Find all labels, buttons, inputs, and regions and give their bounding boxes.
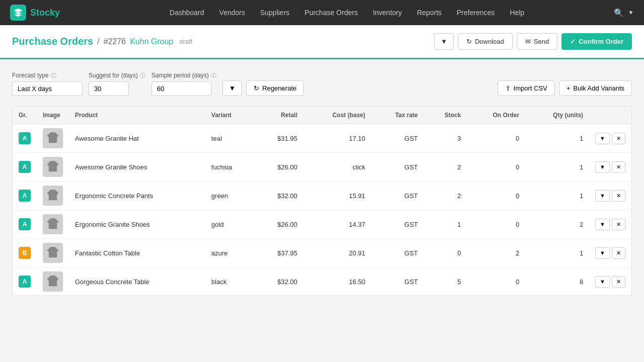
row-delete-button[interactable]: ✕ [612, 219, 625, 230]
variant-cell: azure [205, 239, 255, 267]
image-cell [37, 267, 69, 296]
col-header-tax: Tax rate [371, 107, 424, 124]
filter-button[interactable]: ▼ [222, 80, 242, 96]
table-body: A Awesome Granite Hat teal $31.95 17.10 … [13, 124, 631, 296]
product-image [43, 272, 63, 292]
nav-items: Dashboard Vendors Suppliers Purchase Ord… [80, 6, 614, 20]
stock-cell: 2 [424, 153, 467, 182]
more-actions-button[interactable]: ▼ [434, 33, 454, 50]
row-delete-button[interactable]: ✕ [612, 161, 625, 173]
stock-cell: 3 [424, 124, 467, 153]
image-cell [37, 124, 69, 153]
product-image [43, 243, 63, 263]
download-button[interactable]: ↻ Download [458, 33, 513, 50]
grade-cell: A [13, 267, 37, 296]
nav-item-vendors[interactable]: Vendors [213, 6, 251, 20]
product-image [43, 157, 63, 177]
tax-cell: GST [371, 153, 424, 182]
main-nav: Stocky Dashboard Vendors Suppliers Purch… [0, 0, 644, 25]
checkmark-icon: ✓ [570, 38, 576, 45]
suggest-days-input[interactable] [89, 81, 129, 96]
table-header-row: Gr. Image Product Variant Retail Cost (b… [13, 107, 631, 124]
on-order-cell: 0 [467, 210, 525, 239]
purchase-orders-link[interactable]: Purchase Orders [12, 36, 93, 47]
import-icon: ⇧ [505, 84, 511, 92]
col-header-retail: Retail [255, 107, 303, 124]
col-header-product: Product [69, 107, 205, 124]
header-actions: ▼ ↻ Download ✉ Send ✓ Confirm Order [434, 33, 632, 50]
regenerate-icon: ↻ [254, 84, 259, 92]
variant-cell: fuchsia [205, 153, 255, 182]
row-actions-cell: ▼ ✕ [589, 267, 631, 296]
tax-cell: GST [371, 210, 424, 239]
grade-badge: A [19, 132, 31, 144]
row-delete-button[interactable]: ✕ [612, 276, 625, 288]
send-button[interactable]: ✉ Send [517, 33, 557, 50]
forecast-type-label: Forecast type ⓘ [12, 72, 83, 79]
filters-bar: Forecast type ⓘ Last X days Suggest for … [12, 71, 632, 96]
sample-period-input[interactable] [151, 81, 212, 96]
suggest-info-icon[interactable]: ⓘ [140, 72, 145, 79]
stock-cell: 2 [424, 182, 467, 210]
product-name-cell: Ergonomic Concrete Pants [69, 182, 205, 210]
vendor-link[interactable]: Kuhn Group [130, 37, 173, 46]
forecast-info-icon[interactable]: ⓘ [51, 72, 56, 79]
user-menu-chevron-icon[interactable]: ▼ [628, 9, 634, 16]
logo-icon [10, 5, 26, 21]
row-delete-button[interactable]: ✕ [612, 247, 625, 259]
nav-item-preferences[interactable]: Preferences [451, 6, 501, 20]
grade-cell: A [13, 153, 37, 182]
row-dropdown-button[interactable]: ▼ [595, 133, 610, 144]
nav-item-purchase-orders[interactable]: Purchase Orders [298, 6, 364, 20]
row-dropdown-button[interactable]: ▼ [595, 161, 610, 173]
grade-badge: A [19, 190, 31, 202]
order-number: #2276 [104, 37, 126, 46]
regenerate-button[interactable]: ↻ Regenerate [246, 80, 304, 96]
bulk-add-variants-button[interactable]: + Bulk Add Variants [559, 80, 632, 96]
row-actions-cell: ▼ ✕ [589, 239, 631, 267]
nav-item-suppliers[interactable]: Suppliers [254, 6, 295, 20]
forecast-type-select[interactable]: Last X days [12, 81, 83, 96]
nav-item-dashboard[interactable]: Dashboard [164, 6, 210, 20]
retail-cell: $26.00 [255, 153, 303, 182]
tax-cell: GST [371, 239, 424, 267]
breadcrumb: Purchase Orders / #2276 Kuhn Group draft [12, 36, 192, 47]
product-image [43, 128, 63, 148]
sample-info-icon[interactable]: ⓘ [211, 72, 216, 79]
products-table: Gr. Image Product Variant Retail Cost (b… [13, 107, 631, 296]
nav-item-reports[interactable]: Reports [411, 6, 448, 20]
row-delete-button[interactable]: ✕ [612, 190, 625, 202]
logo[interactable]: Stocky [10, 5, 60, 21]
tax-cell: GST [371, 124, 424, 153]
product-name-cell: Awesome Granite Hat [69, 124, 205, 153]
row-dropdown-button[interactable]: ▼ [595, 219, 610, 230]
cost-cell: 14.37 [303, 210, 371, 239]
search-icon[interactable]: 🔍 [614, 8, 624, 18]
nav-item-inventory[interactable]: Inventory [367, 6, 408, 20]
send-icon: ✉ [525, 38, 531, 45]
breadcrumb-separator: / [97, 37, 99, 46]
table-row: A Ergonomic Concrete Pants green $32.00 … [13, 182, 631, 210]
col-header-qty: Qty (units) [525, 107, 589, 124]
row-dropdown-button[interactable]: ▼ [595, 247, 610, 259]
row-dropdown-button[interactable]: ▼ [595, 276, 610, 288]
forecast-type-group: Forecast type ⓘ Last X days [12, 72, 83, 96]
col-header-grade: Gr. [13, 107, 37, 124]
variant-cell: green [205, 182, 255, 210]
cost-cell: 16.50 [303, 267, 371, 296]
nav-item-help[interactable]: Help [504, 6, 530, 20]
row-delete-button[interactable]: ✕ [612, 133, 625, 144]
image-cell [37, 182, 69, 210]
tax-cell: GST [371, 267, 424, 296]
sample-period-label: Sample period (days) ⓘ [151, 72, 216, 79]
variant-cell: teal [205, 124, 255, 153]
row-dropdown-button[interactable]: ▼ [595, 190, 610, 202]
on-order-cell: 0 [467, 182, 525, 210]
confirm-order-button[interactable]: ✓ Confirm Order [561, 33, 632, 50]
on-order-cell: 2 [467, 239, 525, 267]
import-csv-button[interactable]: ⇧ Import CSV [498, 80, 555, 96]
qty-cell: 1 [525, 124, 589, 153]
image-cell [37, 210, 69, 239]
table-row: A Awesome Granite Shoes fuchsia $26.00 c… [13, 153, 631, 182]
status-badge: draft [179, 38, 192, 45]
